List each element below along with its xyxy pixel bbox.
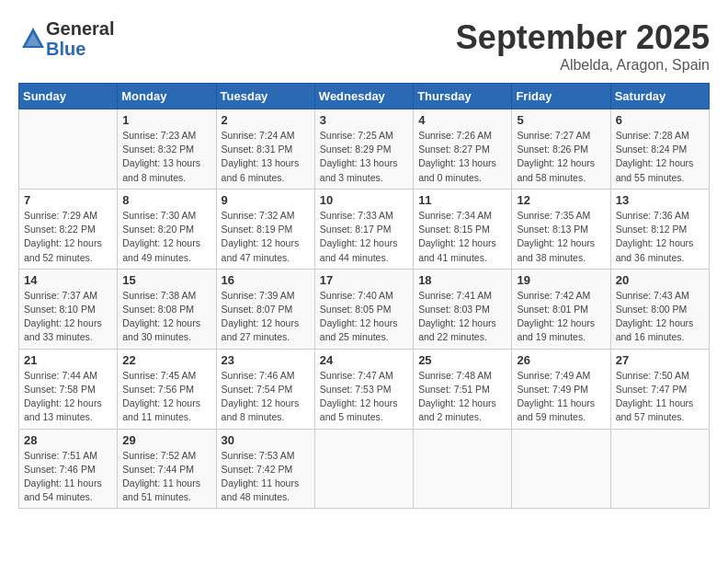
day-number: 15 xyxy=(122,273,210,287)
calendar-cell: 29Sunrise: 7:52 AMSunset: 7:44 PMDayligh… xyxy=(118,429,216,509)
day-number: 25 xyxy=(418,353,506,367)
calendar-cell: 11Sunrise: 7:34 AMSunset: 8:15 PMDayligh… xyxy=(414,189,512,269)
calendar-week-row: 28Sunrise: 7:51 AMSunset: 7:46 PMDayligh… xyxy=(19,429,710,509)
calendar-cell: 28Sunrise: 7:51 AMSunset: 7:46 PMDayligh… xyxy=(19,429,118,509)
calendar-cell: 8Sunrise: 7:30 AMSunset: 8:20 PMDaylight… xyxy=(118,189,216,269)
day-number: 9 xyxy=(222,193,310,207)
weekday-header: Thursday xyxy=(414,84,512,109)
day-info: Sunrise: 7:43 AMSunset: 8:00 PMDaylight:… xyxy=(616,289,704,345)
weekday-header: Friday xyxy=(512,84,610,109)
calendar-cell: 7Sunrise: 7:29 AMSunset: 8:22 PMDaylight… xyxy=(19,189,118,269)
day-number: 29 xyxy=(122,433,210,447)
calendar-cell: 23Sunrise: 7:46 AMSunset: 7:54 PMDayligh… xyxy=(216,349,314,429)
calendar-cell: 24Sunrise: 7:47 AMSunset: 7:53 PMDayligh… xyxy=(314,349,413,429)
day-number: 23 xyxy=(222,353,310,367)
logo-text: General Blue xyxy=(46,18,114,59)
logo-icon xyxy=(20,26,46,52)
calendar-cell: 20Sunrise: 7:43 AMSunset: 8:00 PMDayligh… xyxy=(610,269,709,349)
day-info: Sunrise: 7:28 AMSunset: 8:24 PMDaylight:… xyxy=(616,129,704,185)
day-info: Sunrise: 7:34 AMSunset: 8:15 PMDaylight:… xyxy=(418,209,506,265)
day-info: Sunrise: 7:48 AMSunset: 7:51 PMDaylight:… xyxy=(418,369,506,425)
day-info: Sunrise: 7:26 AMSunset: 8:27 PMDaylight:… xyxy=(418,129,506,185)
day-info: Sunrise: 7:41 AMSunset: 8:03 PMDaylight:… xyxy=(418,289,506,345)
day-number: 12 xyxy=(517,193,605,207)
day-number: 11 xyxy=(418,193,506,207)
day-info: Sunrise: 7:33 AMSunset: 8:17 PMDaylight:… xyxy=(320,209,408,265)
title-block: September 2025 Albelda, Aragon, Spain xyxy=(456,18,710,74)
logo: General Blue xyxy=(18,18,114,59)
calendar-cell: 18Sunrise: 7:41 AMSunset: 8:03 PMDayligh… xyxy=(414,269,512,349)
day-info: Sunrise: 7:27 AMSunset: 8:26 PMDaylight:… xyxy=(517,129,605,185)
calendar-cell xyxy=(610,429,709,509)
day-info: Sunrise: 7:24 AMSunset: 8:31 PMDaylight:… xyxy=(222,129,310,185)
month-title: September 2025 xyxy=(456,18,710,57)
page-header: General Blue September 2025 Albelda, Ara… xyxy=(18,18,710,74)
day-number: 5 xyxy=(517,113,605,127)
day-number: 4 xyxy=(418,113,506,127)
day-number: 19 xyxy=(517,273,605,287)
day-info: Sunrise: 7:36 AMSunset: 8:12 PMDaylight:… xyxy=(616,209,704,265)
weekday-header: Tuesday xyxy=(216,84,314,109)
calendar-cell: 9Sunrise: 7:32 AMSunset: 8:19 PMDaylight… xyxy=(216,189,314,269)
day-number: 16 xyxy=(222,273,310,287)
calendar-cell xyxy=(314,429,413,509)
day-number: 20 xyxy=(616,273,704,287)
day-number: 6 xyxy=(616,113,704,127)
calendar-cell: 22Sunrise: 7:45 AMSunset: 7:56 PMDayligh… xyxy=(118,349,216,429)
weekday-header: Wednesday xyxy=(314,84,413,109)
calendar-cell: 5Sunrise: 7:27 AMSunset: 8:26 PMDaylight… xyxy=(512,109,610,190)
day-info: Sunrise: 7:51 AMSunset: 7:46 PMDaylight:… xyxy=(24,449,112,505)
calendar-cell: 4Sunrise: 7:26 AMSunset: 8:27 PMDaylight… xyxy=(414,109,512,190)
day-number: 30 xyxy=(222,433,310,447)
calendar-week-row: 21Sunrise: 7:44 AMSunset: 7:58 PMDayligh… xyxy=(19,349,710,429)
day-number: 26 xyxy=(517,353,605,367)
day-info: Sunrise: 7:23 AMSunset: 8:32 PMDaylight:… xyxy=(122,129,210,185)
calendar-cell: 10Sunrise: 7:33 AMSunset: 8:17 PMDayligh… xyxy=(314,189,413,269)
calendar-header-row: SundayMondayTuesdayWednesdayThursdayFrid… xyxy=(19,84,710,109)
day-number: 28 xyxy=(24,433,112,447)
calendar-cell: 19Sunrise: 7:42 AMSunset: 8:01 PMDayligh… xyxy=(512,269,610,349)
day-info: Sunrise: 7:49 AMSunset: 7:49 PMDaylight:… xyxy=(517,369,605,425)
calendar-week-row: 7Sunrise: 7:29 AMSunset: 8:22 PMDaylight… xyxy=(19,189,710,269)
calendar-cell: 6Sunrise: 7:28 AMSunset: 8:24 PMDaylight… xyxy=(610,109,709,190)
day-info: Sunrise: 7:45 AMSunset: 7:56 PMDaylight:… xyxy=(122,369,210,425)
calendar-cell: 26Sunrise: 7:49 AMSunset: 7:49 PMDayligh… xyxy=(512,349,610,429)
day-info: Sunrise: 7:35 AMSunset: 8:13 PMDaylight:… xyxy=(517,209,605,265)
calendar-cell xyxy=(512,429,610,509)
weekday-header: Saturday xyxy=(610,84,709,109)
day-info: Sunrise: 7:40 AMSunset: 8:05 PMDaylight:… xyxy=(320,289,408,345)
day-number: 2 xyxy=(222,113,310,127)
day-info: Sunrise: 7:46 AMSunset: 7:54 PMDaylight:… xyxy=(222,369,310,425)
calendar-cell: 14Sunrise: 7:37 AMSunset: 8:10 PMDayligh… xyxy=(19,269,118,349)
day-number: 7 xyxy=(24,193,112,207)
day-number: 18 xyxy=(418,273,506,287)
location: Albelda, Aragon, Spain xyxy=(456,57,710,74)
calendar-cell: 21Sunrise: 7:44 AMSunset: 7:58 PMDayligh… xyxy=(19,349,118,429)
calendar-cell xyxy=(19,109,118,190)
day-number: 24 xyxy=(320,353,408,367)
calendar-cell: 30Sunrise: 7:53 AMSunset: 7:42 PMDayligh… xyxy=(216,429,314,509)
day-number: 13 xyxy=(616,193,704,207)
calendar-cell xyxy=(414,429,512,509)
weekday-header: Monday xyxy=(118,84,216,109)
day-info: Sunrise: 7:42 AMSunset: 8:01 PMDaylight:… xyxy=(517,289,605,345)
calendar-cell: 17Sunrise: 7:40 AMSunset: 8:05 PMDayligh… xyxy=(314,269,413,349)
day-info: Sunrise: 7:37 AMSunset: 8:10 PMDaylight:… xyxy=(24,289,112,345)
day-info: Sunrise: 7:44 AMSunset: 7:58 PMDaylight:… xyxy=(24,369,112,425)
calendar-cell: 16Sunrise: 7:39 AMSunset: 8:07 PMDayligh… xyxy=(216,269,314,349)
day-info: Sunrise: 7:30 AMSunset: 8:20 PMDaylight:… xyxy=(122,209,210,265)
calendar-cell: 12Sunrise: 7:35 AMSunset: 8:13 PMDayligh… xyxy=(512,189,610,269)
calendar-cell: 27Sunrise: 7:50 AMSunset: 7:47 PMDayligh… xyxy=(610,349,709,429)
calendar-table: SundayMondayTuesdayWednesdayThursdayFrid… xyxy=(18,83,710,509)
day-info: Sunrise: 7:39 AMSunset: 8:07 PMDaylight:… xyxy=(222,289,310,345)
day-number: 8 xyxy=(122,193,210,207)
day-number: 22 xyxy=(122,353,210,367)
day-number: 1 xyxy=(122,113,210,127)
day-info: Sunrise: 7:29 AMSunset: 8:22 PMDaylight:… xyxy=(24,209,112,265)
logo-general: General xyxy=(46,18,114,39)
calendar-cell: 25Sunrise: 7:48 AMSunset: 7:51 PMDayligh… xyxy=(414,349,512,429)
day-info: Sunrise: 7:50 AMSunset: 7:47 PMDaylight:… xyxy=(616,369,704,425)
calendar-cell: 13Sunrise: 7:36 AMSunset: 8:12 PMDayligh… xyxy=(610,189,709,269)
logo-blue: Blue xyxy=(46,39,114,59)
day-info: Sunrise: 7:25 AMSunset: 8:29 PMDaylight:… xyxy=(320,129,408,185)
